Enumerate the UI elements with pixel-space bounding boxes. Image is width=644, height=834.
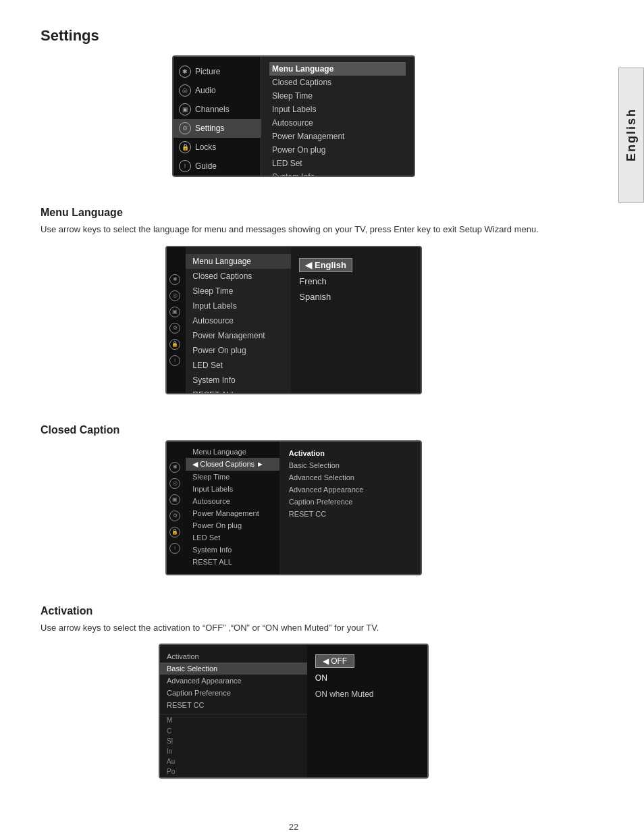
right-item-power-management: Power Management	[269, 130, 406, 143]
cc-left-power-management: Power Management	[186, 507, 279, 519]
activation-desc: Use arrow keys to select the activation …	[41, 621, 547, 635]
menu-label-settings: Settings	[195, 124, 224, 133]
sidebar-language-label: English	[624, 108, 639, 161]
cc-left-panel: Menu Language ◀ Closed Captions ► Sleep …	[186, 442, 279, 574]
cc-icon-dot-2: ◎	[169, 478, 180, 489]
cc-left-icon-bar: ✱ ◎ ▣ ⚙ 🔒 !	[167, 442, 186, 574]
act-left-au: Au	[160, 756, 307, 766]
lang-left-power-management: Power Management	[186, 328, 291, 343]
settings-icon: ⚙	[179, 122, 191, 134]
icon-dot-1: ✱	[169, 274, 180, 285]
icon-dot-4: ⚙	[169, 323, 180, 334]
closed-caption-title: Closed Caption	[41, 424, 547, 436]
act-opt-on-when-muted: ON when Muted	[315, 688, 374, 700]
activation-screenshot: Activation Basic Selection Advanced Appe…	[41, 644, 547, 795]
act-left-in: In	[160, 746, 307, 756]
icon-dot-6: !	[169, 355, 180, 366]
cc-left-closed-captions: ◀ Closed Captions ►	[186, 458, 279, 471]
guide-icon: !	[179, 160, 191, 172]
menu-item-audio: ◎ Audio	[173, 81, 261, 100]
language-screenshot: ✱ ◎ ▣ ⚙ 🔒 ! Menu Language Closed Caption…	[41, 246, 547, 411]
act-left-c: C	[160, 726, 307, 736]
sidebar-language-tab: English	[618, 68, 644, 203]
closed-caption-screenshot: ✱ ◎ ▣ ⚙ 🔒 ! Menu Language ◀ Closed Capti…	[41, 440, 547, 592]
menu-label-channels: Channels	[195, 105, 230, 114]
right-item-menu-language: Menu Language	[269, 62, 406, 76]
activation-title: Activation	[41, 605, 547, 617]
menu-label-locks: Locks	[195, 142, 216, 152]
activation-right-panel: ◀ OFF ON ON when Muted	[307, 645, 427, 777]
menu-label-guide: Guide	[195, 161, 217, 171]
menu-item-picture: ✱ Picture	[173, 62, 261, 81]
cc-right-advanced-appearance: Advanced Appearance	[286, 484, 414, 496]
cc-left-input-labels: Input Labels	[186, 483, 279, 495]
act-left-advanced-appearance: Advanced Appearance	[160, 675, 307, 687]
menu-item-guide: ! Guide	[173, 157, 261, 176]
cc-right-basic-selection: Basic Selection	[286, 459, 414, 471]
lang-option-english: ◀ English	[299, 258, 352, 272]
lang-left-menu-language: Menu Language	[186, 254, 291, 269]
language-submenu: ◀ English French Spanish	[291, 247, 421, 393]
menu-label-picture: Picture	[195, 67, 220, 76]
act-left-po1: Po	[160, 766, 307, 777]
cc-icon-dot-3: ▣	[169, 494, 180, 505]
settings-right-menu: Menu Language Closed Captions Sleep Time…	[261, 57, 414, 176]
menu-label-audio: Audio	[195, 86, 216, 95]
lang-left-closed-captions: Closed Captions	[186, 269, 291, 284]
cc-left-reset-all: RESET ALL	[186, 556, 279, 568]
lang-left-input-labels: Input Labels	[186, 298, 291, 313]
lang-left-reset-all: RESET ALL	[186, 388, 291, 394]
menu-item-channels: ▣ Channels	[173, 100, 261, 119]
tv-menu-screenshot-3: ✱ ◎ ▣ ⚙ 🔒 ! Menu Language ◀ Closed Capti…	[165, 440, 422, 575]
lang-left-panel: Menu Language Closed Captions Sleep Time…	[186, 247, 291, 393]
lang-left-system-info: System Info	[186, 373, 291, 388]
right-item-system-info: System Info	[269, 170, 406, 177]
cc-right-reset-cc: RESET CC	[286, 508, 414, 520]
icon-dot-5: 🔒	[169, 339, 180, 350]
act-left-reset-cc: RESET CC	[160, 699, 307, 711]
act-opt-on: ON	[315, 672, 327, 684]
act-opt-off: ◀ OFF	[315, 654, 354, 668]
left-icon-bar: ✱ ◎ ▣ ⚙ 🔒 !	[167, 247, 186, 393]
menu-item-settings: ⚙ Settings	[173, 119, 261, 138]
act-left-activation: Activation	[160, 650, 307, 662]
tv-menu-screenshot-1: ✱ Picture ◎ Audio ▣ Channels ⚙ Settings …	[172, 55, 415, 177]
lang-left-led-set: LED Set	[186, 358, 291, 373]
right-item-led-set: LED Set	[269, 157, 406, 170]
menu-item-locks: 🔒 Locks	[173, 138, 261, 157]
tv-menu-screenshot-4: Activation Basic Selection Advanced Appe…	[159, 644, 429, 779]
cc-left-led-set: LED Set	[186, 531, 279, 544]
menu-language-desc: Use arrow keys to select the language fo…	[41, 223, 547, 236]
lang-option-french: French	[299, 275, 326, 288]
audio-icon: ◎	[179, 84, 191, 97]
cc-icon-dot-1: ✱	[169, 462, 180, 473]
cc-right-caption-preference: Caption Preference	[286, 496, 414, 508]
cc-icon-dot-6: !	[169, 543, 180, 554]
settings-left-menu: ✱ Picture ◎ Audio ▣ Channels ⚙ Settings …	[173, 57, 261, 176]
icon-dot-3: ▣	[169, 307, 180, 317]
cc-icon-dot-4: ⚙	[169, 511, 180, 521]
act-left-basic-selection: Basic Selection	[160, 662, 307, 675]
picture-icon: ✱	[179, 66, 191, 78]
act-left-po2: Po	[160, 777, 307, 779]
settings-screenshot: ✱ Picture ◎ Audio ▣ Channels ⚙ Settings …	[41, 55, 547, 193]
activation-left-panel: Activation Basic Selection Advanced Appe…	[160, 645, 307, 777]
cc-left-system-info: System Info	[186, 544, 279, 556]
lang-left-sleep-time: Sleep Time	[186, 284, 291, 298]
cc-left-autosource: Autosource	[186, 495, 279, 507]
right-item-power-on-plug: Power On plug	[269, 143, 406, 157]
lang-left-autosource: Autosource	[186, 313, 291, 328]
lang-option-spanish: Spanish	[299, 290, 331, 303]
right-item-sleep-time: Sleep Time	[269, 89, 406, 103]
cc-right-panel: Activation Basic Selection Advanced Sele…	[279, 442, 421, 574]
cc-left-sleep-time: Sleep Time	[186, 471, 279, 483]
channels-icon: ▣	[179, 103, 191, 115]
right-item-autosource: Autosource	[269, 116, 406, 130]
icon-dot-2: ◎	[169, 290, 180, 301]
cc-left-menu-language: Menu Language	[186, 446, 279, 458]
act-left-sl: Sl	[160, 736, 307, 746]
tv-menu-screenshot-2: ✱ ◎ ▣ ⚙ 🔒 ! Menu Language Closed Caption…	[165, 246, 422, 394]
page-number: 22	[41, 808, 547, 834]
menu-language-title: Menu Language	[41, 207, 547, 219]
cc-icon-dot-5: 🔒	[169, 527, 180, 538]
